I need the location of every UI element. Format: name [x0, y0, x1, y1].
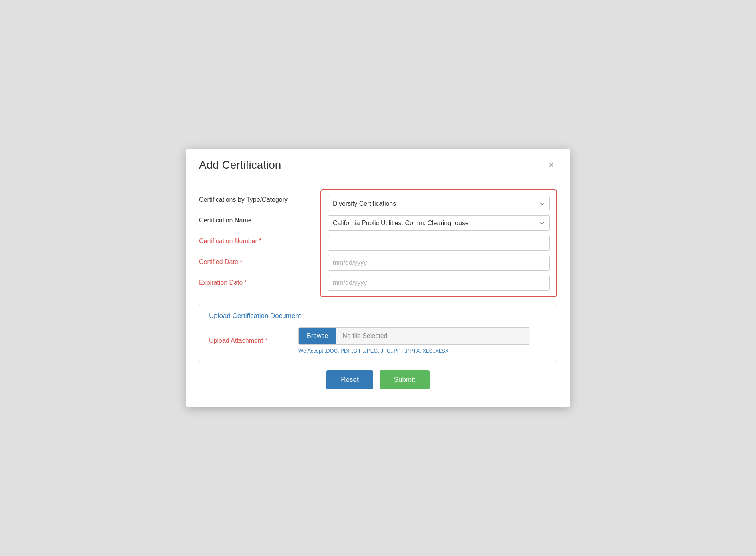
file-input-row: Browse No file Selected: [298, 327, 530, 345]
expiration-date-label: Expiration Date *: [199, 279, 247, 286]
expiration-date-label-row: Expiration Date *: [199, 272, 311, 293]
close-button[interactable]: ×: [545, 159, 557, 171]
upload-input-wrapper: Browse No file Selected We Accept .DOC,.…: [298, 327, 547, 354]
upload-section: Upload Certification Document Upload Att…: [199, 304, 557, 362]
certification-name-select[interactable]: California Public Utilities. Comm. Clear…: [328, 215, 550, 231]
browse-button[interactable]: Browse: [299, 328, 336, 344]
certification-name-label: Certification Name: [199, 217, 252, 224]
modal-body: Certifications by Type/Category Certific…: [186, 178, 570, 407]
form-main-section: Certifications by Type/Category Certific…: [199, 189, 557, 297]
certified-date-label: Certified Date *: [199, 258, 243, 266]
certification-number-input[interactable]: [328, 235, 550, 251]
form-actions: Reset Submit: [199, 370, 557, 396]
upload-attachment-label: Upload Attachment *: [209, 337, 289, 344]
form-inputs-column: Diversity Certifications California Publ…: [320, 189, 557, 297]
modal-container: Add Certification × Certifications by Ty…: [186, 149, 570, 407]
accepted-formats-label: We Accept .DOC,.PDF,.GIF,.JPEG,.JPG,.PPT…: [298, 348, 547, 354]
cert-type-label-row: Certifications by Type/Category: [199, 189, 311, 210]
modal-title: Add Certification: [199, 159, 281, 171]
cert-number-label-row: Certification Number *: [199, 231, 311, 252]
reset-button[interactable]: Reset: [326, 370, 373, 389]
upload-row: Upload Attachment * Browse No file Selec…: [209, 327, 547, 354]
cert-name-label-row: Certification Name: [199, 210, 311, 231]
expiration-date-input[interactable]: [328, 275, 550, 291]
form-labels-column: Certifications by Type/Category Certific…: [199, 189, 311, 297]
certified-date-label-row: Certified Date *: [199, 252, 311, 272]
no-file-label: No file Selected: [336, 328, 394, 344]
certification-number-label: Certification Number *: [199, 238, 262, 245]
certifications-type-label: Certifications by Type/Category: [199, 196, 288, 203]
certifications-type-select[interactable]: Diversity Certifications: [328, 196, 550, 211]
submit-button[interactable]: Submit: [380, 370, 430, 389]
modal-header: Add Certification ×: [186, 149, 570, 178]
certified-date-input[interactable]: [328, 255, 550, 271]
upload-section-title: Upload Certification Document: [209, 312, 547, 320]
